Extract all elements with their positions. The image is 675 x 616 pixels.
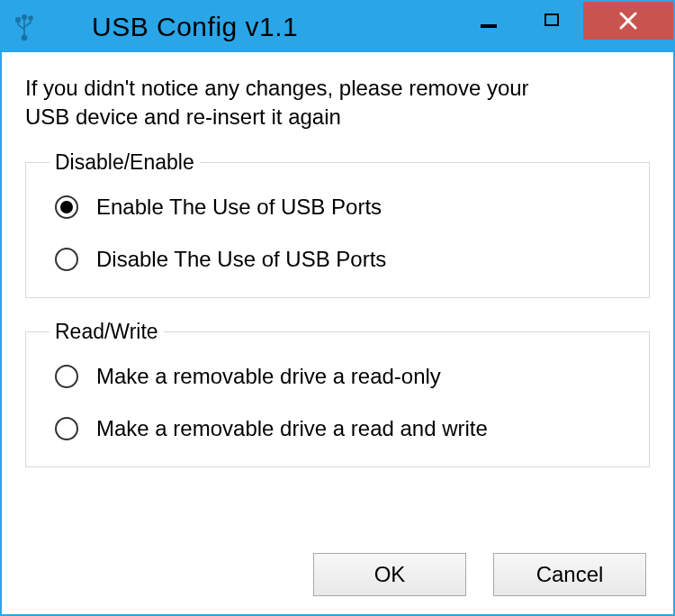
- close-icon: [583, 2, 673, 40]
- dialog-buttons: OK Cancel: [25, 553, 650, 596]
- info-text: If you didn't notice any changes, please…: [25, 74, 574, 132]
- maximize-button[interactable]: [520, 2, 583, 38]
- maximize-icon: [544, 14, 559, 26]
- client-area: If you didn't notice any changes, please…: [2, 52, 673, 614]
- minimize-icon: [481, 24, 497, 28]
- radio-read-write[interactable]: Make a removable drive a read and write: [42, 407, 633, 450]
- radio-label: Make a removable drive a read and write: [96, 416, 488, 441]
- minimize-button[interactable]: [457, 2, 520, 38]
- radio-disable-usb[interactable]: Disable The Use of USB Ports: [42, 238, 633, 281]
- cancel-button[interactable]: Cancel: [493, 553, 646, 596]
- svg-rect-2: [16, 18, 20, 22]
- svg-point-4: [22, 35, 26, 40]
- radio-enable-usb[interactable]: Enable The Use of USB Ports: [42, 186, 633, 229]
- group-read-write: Read/Write Make a removable drive a read…: [25, 320, 650, 467]
- app-window: USB Config v1.1 If you didn't notice any…: [0, 0, 675, 616]
- radio-icon: [55, 195, 78, 219]
- radio-icon: [55, 365, 78, 388]
- ok-button[interactable]: OK: [313, 553, 466, 596]
- svg-point-3: [29, 16, 32, 20]
- radio-icon: [55, 248, 78, 271]
- window-title: USB Config v1.1: [92, 12, 298, 42]
- radio-icon: [55, 417, 78, 440]
- usb-icon: [11, 14, 38, 41]
- radio-label: Make a removable drive a read-only: [96, 364, 441, 389]
- titlebar[interactable]: USB Config v1.1: [2, 2, 673, 52]
- window-controls: [457, 2, 673, 38]
- group-disable-enable-legend: Disable/Enable: [50, 150, 200, 175]
- close-button[interactable]: [583, 2, 673, 40]
- group-read-write-legend: Read/Write: [50, 320, 164, 344]
- radio-label: Disable The Use of USB Ports: [96, 247, 386, 272]
- radio-read-only[interactable]: Make a removable drive a read-only: [42, 355, 633, 398]
- radio-label: Enable The Use of USB Ports: [96, 195, 382, 220]
- group-disable-enable: Disable/Enable Enable The Use of USB Por…: [25, 150, 650, 298]
